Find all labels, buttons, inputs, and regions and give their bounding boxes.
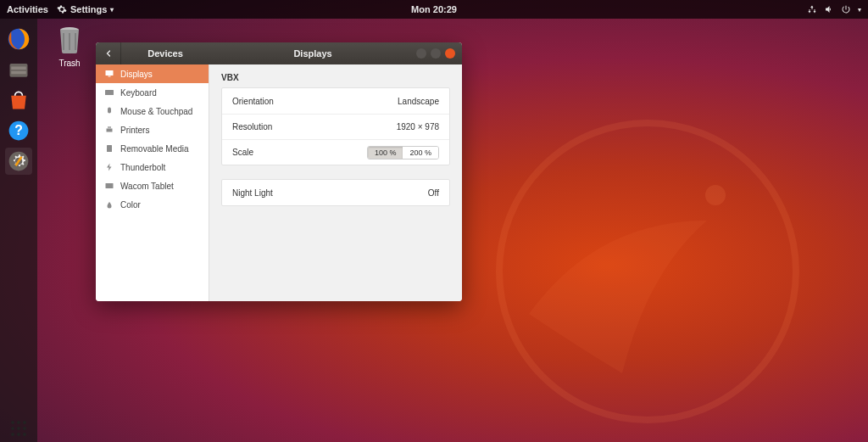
display-icon: [104, 69, 114, 79]
svg-rect-22: [108, 108, 111, 114]
trash-label: Trash: [58, 59, 80, 68]
scale-100-button[interactable]: 100 %: [368, 147, 403, 159]
volume-icon: [824, 4, 834, 14]
minimize-button[interactable]: [416, 48, 426, 59]
dock-settings[interactable]: [5, 148, 32, 175]
nightlight-label: Night Light: [232, 188, 273, 198]
scale-200-button[interactable]: 200 %: [403, 147, 438, 159]
dock-firefox[interactable]: [5, 25, 32, 53]
dock-software[interactable]: [5, 87, 32, 114]
sidebar-label: Color: [120, 200, 141, 210]
display-settings-card: Orientation Landscape Resolution 1920 × …: [221, 87, 450, 165]
activities-button[interactable]: Activities: [7, 4, 48, 14]
sidebar-label: Thunderbolt: [120, 163, 165, 172]
top-bar: Activities Settings ▾ Mon 20:29 ▾: [0, 0, 868, 19]
svg-rect-19: [106, 70, 114, 76]
sidebar-label: Printers: [120, 126, 149, 135]
night-light-row[interactable]: Night Light Off: [222, 180, 449, 205]
sidebar-item-displays[interactable]: Displays: [96, 64, 209, 83]
svg-point-10: [17, 421, 20, 424]
scale-label: Scale: [232, 148, 253, 157]
nightlight-value: Off: [428, 188, 439, 198]
show-applications[interactable]: [5, 415, 32, 442]
gear-icon: [57, 4, 67, 14]
svg-rect-4: [11, 67, 26, 70]
maximize-button[interactable]: [431, 48, 441, 59]
scale-row: Scale 100 % 200 %: [222, 139, 449, 165]
color-icon: [104, 199, 114, 210]
system-tray[interactable]: ▾: [807, 4, 861, 14]
files-icon: [7, 58, 31, 81]
close-button[interactable]: [445, 48, 455, 59]
sidebar-item-mouse[interactable]: Mouse & Touchpad: [96, 102, 209, 120]
settings-icon: [7, 149, 31, 173]
media-icon: [104, 143, 114, 154]
dock-help[interactable]: ?: [5, 117, 32, 144]
settings-sidebar: Displays Keyboard Mouse & Touchpad Print…: [96, 64, 209, 301]
orientation-value: Landscape: [398, 97, 439, 106]
chevron-down-icon: ▾: [110, 6, 114, 14]
sidebar-label: Displays: [120, 70, 153, 79]
help-icon: ?: [7, 119, 31, 143]
titlebar-section: Devices: [121, 48, 209, 59]
sidebar-label: Removable Media: [120, 144, 189, 154]
clock[interactable]: Mon 20:29: [411, 4, 457, 14]
sidebar-label: Wacom Tablet: [120, 182, 174, 191]
svg-rect-20: [108, 76, 111, 77]
dock-files[interactable]: [5, 56, 32, 83]
settings-window: Devices Displays Displays Keyboard Mouse…: [96, 42, 462, 301]
window-title: Displays: [209, 48, 416, 59]
titlebar[interactable]: Devices Displays: [96, 42, 462, 64]
back-button[interactable]: [96, 42, 121, 64]
resolution-row[interactable]: Resolution 1920 × 978: [222, 114, 449, 139]
sidebar-label: Keyboard: [120, 88, 157, 98]
power-icon: [841, 4, 851, 14]
grid-icon: [10, 420, 27, 437]
svg-point-16: [17, 433, 20, 436]
svg-rect-24: [108, 126, 111, 129]
svg-point-14: [23, 427, 26, 430]
wallpaper-bird: [427, 93, 851, 433]
svg-rect-23: [107, 129, 113, 132]
appmenu-label: Settings: [70, 4, 107, 14]
sidebar-item-thunderbolt[interactable]: Thunderbolt: [96, 158, 209, 176]
desktop-trash[interactable]: Trash: [47, 24, 92, 68]
svg-point-9: [11, 421, 14, 424]
sidebar-label: Mouse & Touchpad: [120, 107, 192, 116]
svg-rect-5: [11, 71, 26, 75]
svg-rect-21: [105, 90, 114, 95]
orientation-label: Orientation: [232, 97, 274, 106]
trash-icon: [55, 25, 84, 55]
dock: ?: [0, 19, 37, 442]
resolution-value: 1920 × 978: [397, 122, 439, 131]
sidebar-item-printers[interactable]: Printers: [96, 120, 209, 139]
svg-point-0: [499, 123, 796, 420]
displays-panel: VBX Orientation Landscape Resolution 192…: [209, 64, 462, 301]
chevron-left-icon: [103, 48, 114, 59]
appmenu-settings[interactable]: Settings ▾: [57, 4, 114, 14]
printer-icon: [104, 125, 114, 135]
orientation-row[interactable]: Orientation Landscape: [222, 88, 449, 114]
firefox-icon: [7, 27, 31, 51]
svg-rect-25: [107, 145, 112, 152]
svg-point-15: [11, 433, 14, 436]
svg-point-1: [705, 185, 726, 205]
sidebar-item-color[interactable]: Color: [96, 195, 209, 214]
svg-point-12: [11, 427, 14, 430]
svg-point-17: [23, 433, 26, 436]
svg-text:?: ?: [14, 123, 23, 137]
svg-point-13: [17, 427, 20, 430]
display-device-name: VBX: [221, 73, 450, 82]
thunderbolt-icon: [104, 162, 114, 172]
svg-point-11: [23, 421, 26, 424]
chevron-down-icon: ▾: [858, 6, 861, 14]
mouse-icon: [104, 106, 114, 116]
resolution-label: Resolution: [232, 122, 272, 131]
sidebar-item-keyboard[interactable]: Keyboard: [96, 83, 209, 102]
night-light-card: Night Light Off: [221, 179, 450, 206]
sidebar-item-wacom[interactable]: Wacom Tablet: [96, 176, 209, 195]
sidebar-item-removable[interactable]: Removable Media: [96, 139, 209, 158]
tablet-icon: [104, 181, 114, 191]
shopping-bag-icon: [7, 88, 31, 112]
svg-rect-3: [10, 64, 28, 77]
